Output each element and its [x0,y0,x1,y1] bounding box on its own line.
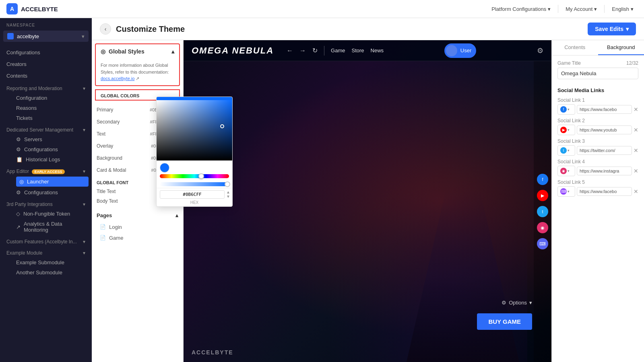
section-dedicated-server[interactable]: Dedicated Server Management ▾ [0,123,92,134]
social-url-input-2[interactable] [577,125,632,134]
social-remove-btn-5[interactable]: ✕ [634,188,638,195]
sidebar-item-ae-configurations[interactable]: ⚙ Configurations [13,187,92,197]
namespace-icon [7,33,14,39]
sidebar-item-creators[interactable]: Creators [0,58,92,70]
preview-social-dc[interactable]: ⌨ [537,238,548,249]
sidebar-item-example-submodule[interactable]: Example Submodule [13,257,92,267]
hex-up-arrow[interactable]: ▲ [226,190,230,194]
app-logo: A ACCELBYTE [6,3,58,14]
social-url-input-1[interactable] [577,105,632,114]
sidebar-item-servers[interactable]: ⚙ Servers [13,134,92,144]
social-remove-btn-4[interactable]: ✕ [634,168,638,174]
social-link-row-2: ▶ ✕ [557,125,638,135]
sidebar-item-reasons[interactable]: Reasons [13,103,92,113]
section-3p-label: 3rd Party Integrations [6,202,53,207]
color-hex-input[interactable] [160,190,225,199]
back-button[interactable]: ‹ [100,23,111,35]
section-3rd-party[interactable]: 3rd Party Integrations ▾ [0,197,92,209]
social-platform-select-5[interactable]: ⌨ [557,186,575,197]
opacity-slider[interactable] [160,182,229,186]
platform-chevron-4 [568,169,570,173]
pages-header[interactable]: Pages [92,209,183,222]
global-styles-header[interactable]: ◎ Global Styles [96,44,179,59]
preview-user-avatar [446,45,457,56]
preview-options-button[interactable]: ⚙ Options [502,300,532,306]
section-cf-label: Custom Features (Accelbyte In... [6,239,77,245]
preview-nav-forward[interactable]: → [299,47,306,54]
social-platform-select-3[interactable]: t [557,145,575,156]
preview-social-ig[interactable]: ◉ [537,222,548,233]
preview-nav-store[interactable]: Store [351,47,364,53]
opacity-section [157,182,232,188]
options-chevron [529,300,532,306]
preview-gear-icon[interactable]: ⚙ [537,46,543,55]
docs-link[interactable]: docs.accelbyte.io [101,76,134,81]
sidebar-item-tickets[interactable]: Tickets [13,113,92,123]
save-edits-button[interactable]: Save Edits ▾ [588,23,636,35]
social-remove-btn-2[interactable]: ✕ [634,127,638,133]
social-platform-select-4[interactable]: ◉ [557,166,575,176]
color-canvas-thumb[interactable] [220,124,224,128]
sidebar-item-nft[interactable]: ◇ Non-Fungible Token [13,209,92,219]
game-title-label-row: Game Title 12/32 [557,60,638,66]
social-platform-select-1[interactable]: f [557,104,575,115]
language-button[interactable]: English [608,4,638,14]
section-example-module[interactable]: Example Module ▾ [0,246,92,257]
sidebar-item-contents[interactable]: Contents [0,70,92,82]
sidebar-item-historical-logs[interactable]: 📋 Historical Logs [13,154,92,165]
opacity-thumb[interactable] [225,181,230,187]
social-link-row-4: ◉ ✕ [557,166,638,176]
social-url-input-5[interactable] [577,187,632,196]
color-canvas[interactable] [157,100,232,160]
game-title-section: Game Title 12/32 [552,56,644,84]
hue-thumb[interactable] [198,173,204,179]
section-app-editor[interactable]: App Editor EARLY ACCESS ▾ [0,165,92,176]
preview-nav-refresh[interactable]: ↻ [312,47,318,54]
ae-config-icon: ⚙ [16,189,21,195]
preview-nav-news[interactable]: News [371,47,384,53]
preview-nav-back[interactable]: ← [287,47,293,54]
social-link-label-2: Social Link 2 [557,118,638,123]
sidebar-item-launcher[interactable]: ◎ Launcher [16,177,89,187]
platform-chevron-2 [568,128,570,132]
preview-buy-button[interactable]: BUY GAME [477,313,532,330]
page-item-game[interactable]: 📄 Game [92,232,183,243]
sidebar-item-ds-configurations[interactable]: ⚙ Configurations [13,144,92,154]
social-url-input-4[interactable] [577,167,632,175]
social-remove-btn-1[interactable]: ✕ [634,106,638,113]
right-panel-tabs: Contents Background [552,40,644,56]
social-platform-select-2[interactable]: ▶ [557,125,575,135]
section-ae-label: App Editor EARLY ACCESS [6,169,65,174]
section-custom-features[interactable]: Custom Features (Accelbyte In... ▾ [0,235,92,246]
preview-frame: OMEGA NEBULA ← → ↻ Game Store News User … [184,40,551,362]
tab-background[interactable]: Background [598,40,644,55]
social-remove-btn-3[interactable]: ✕ [634,147,638,154]
preview-nav-divider [324,46,324,56]
preview-social-fb[interactable]: f [537,174,548,185]
tab-contents[interactable]: Contents [552,40,598,55]
sidebar-item-configurations[interactable]: Configurations [0,47,92,58]
platform-config-button[interactable]: Platform Configurations [487,4,555,14]
section-reporting[interactable]: Reporting and Moderation ▾ [0,82,92,93]
preview-social-tw[interactable]: t [537,206,548,217]
game-title-input[interactable] [557,68,638,79]
ig-icon-4: ◉ [560,168,567,174]
fb-icon-1: f [560,106,567,113]
sidebar-item-another-submodule[interactable]: Another Submodule [13,267,92,278]
hex-down-arrow[interactable]: ▼ [226,194,230,199]
social-url-input-3[interactable] [577,146,632,155]
section-ds-chevron: ▾ [83,127,85,133]
preview-nav-game[interactable]: Game [331,47,345,53]
sidebar-item-analytics[interactable]: ↗ Analytics & Data Monitoring [13,219,92,235]
preview-user-button[interactable]: User [444,43,476,58]
hue-slider[interactable] [160,174,229,178]
global-styles-info: For more information about Global Styles… [96,59,179,85]
page-item-login[interactable]: 📄 Login [92,222,183,232]
sidebar-item-configuration[interactable]: Configuration [13,93,92,103]
right-panel: Contents Background Game Title 12/32 Soc… [551,40,644,362]
namespace-selector[interactable]: accelbyte [3,31,89,42]
my-account-button[interactable]: My Account [561,4,601,14]
app-layout: NAMESPACE accelbyte Configurations Creat… [0,18,644,362]
color-spectrum-section [157,174,232,180]
preview-social-yt[interactable]: ▶ [537,190,548,201]
